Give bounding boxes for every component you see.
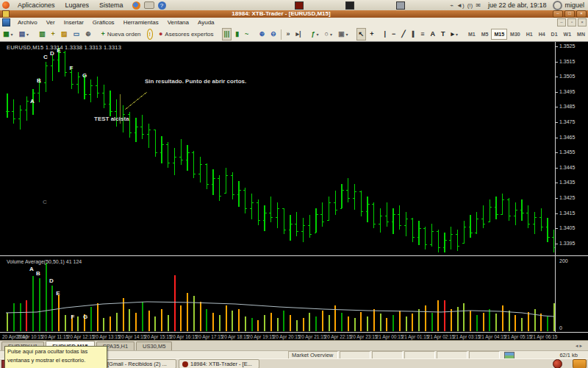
calculator-window-icon[interactable]: [396, 1, 405, 10]
price-axis-tick: [555, 244, 558, 244]
volume-tray-icon[interactable]: ◄): [456, 2, 465, 9]
mail-icon[interactable]: [144, 1, 154, 9]
navigator-icon: ▨: [61, 29, 68, 39]
firefox-icon[interactable]: [132, 1, 140, 10]
zoom-in-button[interactable]: ⊕: [257, 28, 267, 40]
price-axis-label: 1.3395: [559, 241, 575, 246]
zoom-out-button[interactable]: ⊖: [268, 28, 279, 40]
chart-window-icon: [2, 18, 10, 26]
volume-scale-max: 200: [559, 258, 568, 263]
auto-scroll-button[interactable]: »: [284, 28, 293, 40]
mdi-restore-button[interactable]: ▫: [567, 18, 576, 26]
data-window-button[interactable]: +: [49, 28, 57, 40]
mdi-close-button[interactable]: ×: [578, 18, 587, 26]
arrows-button[interactable]: ▸▾: [448, 28, 460, 40]
text-button[interactable]: A: [428, 28, 437, 40]
minimize-button[interactable]: –: [553, 10, 563, 18]
hline-button[interactable]: −: [390, 28, 398, 40]
help-icon[interactable]: ?: [158, 1, 166, 10]
timeframe-h4-button[interactable]: H4: [536, 29, 548, 40]
traffic-counter: 62/1 kb: [559, 352, 578, 358]
menu-gráficos[interactable]: Gráficos: [88, 18, 119, 27]
panel-clock[interactable]: jue 22 de abr, 19:18: [484, 1, 551, 9]
taskbar-item-label: 18984: XTB-Trader - [E...: [190, 361, 252, 367]
terminal-icon: ▭: [73, 29, 79, 39]
candles-chart-button[interactable]: ▮: [233, 28, 241, 40]
crosshair-button[interactable]: +: [368, 28, 376, 40]
gnome-menu-lugares[interactable]: Lugares: [60, 0, 95, 10]
price-axis-label: 1.3425: [559, 195, 575, 200]
close-button[interactable]: ×: [576, 10, 587, 18]
pin-tray-icon[interactable]: ⌁: [450, 2, 453, 9]
navigator-button[interactable]: ▨: [59, 28, 70, 40]
dropdown-caret-icon: ▾: [346, 32, 348, 37]
trash-applet-icon[interactable]: [573, 359, 587, 368]
taskbar-app-icon[interactable]: [553, 359, 562, 368]
menu-insertar[interactable]: Insertar: [60, 18, 88, 27]
menu-ayuda[interactable]: Ayuda: [193, 18, 219, 27]
window-titlebar[interactable]: 18984: XTB-Trader - [EURUSD,M15] – □ ×: [0, 10, 588, 18]
taskbar-item[interactable]: 18984: XTB-Trader - [E...: [179, 359, 259, 368]
tester-button[interactable]: ⊕: [83, 28, 93, 40]
periods-button[interactable]: ○▾: [323, 28, 334, 40]
gnome-menu-sistema[interactable]: Sistema: [94, 0, 129, 10]
connection-chart-icon: [504, 352, 514, 359]
chart-shift-button[interactable]: ▸|: [294, 28, 304, 40]
timeframe-mn-button[interactable]: MN: [574, 29, 588, 40]
mail-tray-icon[interactable]: ✉: [476, 2, 481, 9]
zoom-in-icon: ⊕: [259, 29, 265, 39]
power-icon[interactable]: [553, 1, 562, 10]
maximize-button[interactable]: □: [564, 10, 575, 18]
alert-icon[interactable]: !: [145, 28, 155, 40]
market-watch-icon: ▥: [39, 29, 46, 39]
timeframe-h1-button[interactable]: H1: [523, 29, 536, 40]
tab-scroll-arrows[interactable]: ◂ ▸: [576, 343, 582, 349]
menu-ventana[interactable]: Ventana: [163, 18, 193, 27]
cursor-button[interactable]: ↖: [356, 28, 367, 40]
timeframe-m1-button[interactable]: M1: [465, 29, 478, 40]
taskbar-item[interactable]: [Gmail - Recibidos (2) ...: [96, 359, 176, 368]
gnome-menu-aplicaciones[interactable]: Aplicaciones: [12, 0, 60, 10]
mdi-minimize-button[interactable]: –: [557, 18, 566, 26]
market-watch-button[interactable]: ▥: [37, 28, 48, 40]
fibo-button[interactable]: ≡: [418, 28, 426, 40]
profiles-button[interactable]: ▤▾: [17, 28, 32, 40]
timeframe-d1-button[interactable]: D1: [548, 29, 561, 40]
template-button[interactable]: ▣▾: [336, 28, 351, 40]
minimized-window-icon[interactable]: [295, 1, 304, 10]
label-button[interactable]: T: [439, 28, 448, 40]
vline-button[interactable]: |: [381, 28, 388, 40]
system-tray: ⌁ ◄) (!) ✉: [447, 2, 481, 9]
annotation-text-1: TEST alcista: [94, 116, 129, 122]
expert-advisors-icon: ●: [159, 29, 162, 39]
new-chart-button[interactable]: ▦▾: [1, 28, 15, 40]
channel-button[interactable]: ∥: [409, 28, 417, 40]
timeframe-m15-button[interactable]: M15: [491, 29, 507, 40]
new-order-button[interactable]: +Nueva orden: [98, 28, 143, 40]
distro-logo-icon[interactable]: [2, 1, 10, 9]
bars-chart-button[interactable]: |||: [222, 28, 232, 40]
profiles-icon: ▤: [19, 29, 26, 39]
menu-archivo[interactable]: Archivo: [13, 18, 42, 27]
menu-ver[interactable]: Ver: [42, 18, 60, 27]
volume-chart[interactable]: [0, 257, 555, 332]
menubar: ArchivoVerInsertarGráficosHerramientasVe…: [0, 18, 588, 28]
chart-letter-e: E: [57, 47, 60, 54]
expert-advisors-button[interactable]: ●Asesores expertos: [157, 28, 216, 40]
price-axis-label: 1.3445: [559, 165, 575, 170]
pane-separator[interactable]: [0, 255, 588, 256]
price-axis-label: 1.3455: [559, 149, 575, 155]
terminal-window-icon[interactable]: [345, 1, 354, 10]
chart-letter-d: D: [50, 50, 54, 57]
line-chart-button[interactable]: ~: [243, 28, 251, 40]
timeframe-m30-button[interactable]: M30: [507, 29, 523, 40]
trendline-button[interactable]: ╱: [399, 28, 407, 40]
timeframe-w1-button[interactable]: W1: [561, 29, 575, 40]
alert-tray-icon[interactable]: (!): [467, 2, 473, 9]
menu-herramientas[interactable]: Herramientas: [119, 18, 163, 27]
user-menu[interactable]: miguel: [564, 1, 588, 9]
chart-letter-g: G: [82, 72, 87, 79]
terminal-button[interactable]: ▭: [71, 28, 82, 40]
timeframe-m5-button[interactable]: M5: [478, 29, 492, 40]
indicators-button[interactable]: ƒ▾: [309, 28, 321, 40]
